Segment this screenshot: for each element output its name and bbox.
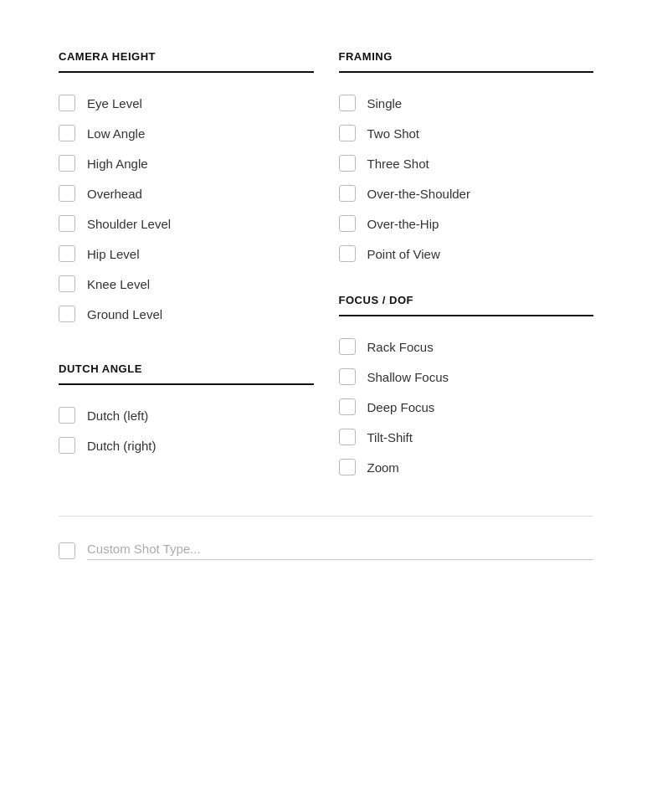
dutch-angle-section: DUTCH ANGLE Dutch (left) Dutch (right) (59, 362, 314, 460)
camera-height-label: Shoulder Level (87, 217, 171, 231)
focus-dof-item[interactable]: Tilt-Shift (339, 422, 594, 452)
camera-height-label: Low Angle (87, 126, 145, 141)
camera-height-label: Eye Level (87, 96, 142, 110)
camera-height-section: CAMERA HEIGHT Eye Level Low Angle High A… (59, 50, 314, 329)
focus-dof-item[interactable]: Shallow Focus (339, 362, 594, 392)
checkbox-1[interactable] (59, 125, 75, 141)
framing-checkbox-3[interactable] (339, 185, 356, 202)
focus-dof-item[interactable]: Rack Focus (339, 331, 594, 362)
framing-label: Three Shot (367, 157, 429, 171)
dutch-angle-label: Dutch (right) (87, 439, 157, 453)
focus-dof-list: Rack Focus Shallow Focus Deep Focus Tilt… (339, 331, 594, 482)
framing-label: Single (367, 96, 403, 110)
camera-height-label: Hip Level (87, 247, 140, 261)
focus-dof-label: Rack Focus (367, 340, 434, 354)
framing-checkbox-2[interactable] (339, 155, 356, 172)
framing-label: Over-the-Shoulder (367, 187, 470, 201)
camera-height-item[interactable]: Shoulder Level (59, 208, 314, 239)
dutch-angle-title: DUTCH ANGLE (59, 362, 314, 385)
camera-height-item[interactable]: Eye Level (59, 88, 314, 118)
camera-height-item[interactable]: Hip Level (59, 239, 314, 269)
camera-height-list: Eye Level Low Angle High Angle Overhead … (59, 88, 314, 329)
camera-height-label: High Angle (87, 157, 148, 171)
focus-dof-label: Zoom (367, 460, 399, 475)
camera-height-label: Ground Level (87, 307, 162, 321)
camera-height-item[interactable]: Knee Level (59, 269, 314, 299)
focus-dof-item[interactable]: Zoom (339, 452, 594, 482)
checkbox-4[interactable] (59, 215, 75, 232)
focus-dof-title: FOCUS / DOF (339, 294, 594, 316)
focus-checkbox-2[interactable] (339, 398, 356, 415)
focus-dof-section: FOCUS / DOF Rack Focus Shallow Focus Dee… (339, 294, 594, 482)
framing-checkbox-5[interactable] (339, 245, 356, 262)
dutch-checkbox-1[interactable] (59, 437, 75, 454)
framing-label: Point of View (367, 247, 440, 261)
checkbox-6[interactable] (59, 275, 75, 292)
dutch-angle-label: Dutch (left) (87, 409, 148, 423)
left-column: CAMERA HEIGHT Eye Level Low Angle High A… (59, 50, 331, 460)
focus-dof-label: Tilt-Shift (367, 430, 413, 445)
framing-item[interactable]: Over-the-Shoulder (339, 178, 594, 208)
camera-height-title: CAMERA HEIGHT (59, 50, 314, 73)
framing-list: Single Two Shot Three Shot Over-the-Shou… (339, 88, 594, 269)
focus-checkbox-4[interactable] (339, 459, 356, 475)
framing-checkbox-4[interactable] (339, 215, 356, 232)
framing-title: FRAMING (339, 50, 594, 73)
framing-item[interactable]: Point of View (339, 239, 594, 269)
checkbox-2[interactable] (59, 155, 75, 172)
dutch-checkbox-0[interactable] (59, 407, 75, 424)
framing-item[interactable]: Three Shot (339, 148, 594, 178)
camera-height-item[interactable]: High Angle (59, 148, 314, 178)
camera-height-item[interactable]: Low Angle (59, 118, 314, 148)
right-sections: FRAMING Single Two Shot Three Shot Over-… (339, 50, 594, 482)
checkbox-5[interactable] (59, 245, 75, 262)
main-container: CAMERA HEIGHT Eye Level Low Angle High A… (59, 50, 593, 560)
focus-checkbox-3[interactable] (339, 429, 356, 445)
custom-shot-checkbox[interactable] (59, 542, 75, 559)
dutch-angle-item[interactable]: Dutch (left) (59, 400, 314, 430)
checkbox-7[interactable] (59, 306, 75, 322)
checkbox-0[interactable] (59, 95, 75, 111)
framing-checkbox-1[interactable] (339, 125, 356, 141)
framing-checkbox-0[interactable] (339, 95, 356, 111)
right-column: FRAMING Single Two Shot Three Shot Over-… (331, 50, 594, 482)
camera-height-item[interactable]: Ground Level (59, 299, 314, 329)
framing-item[interactable]: Single (339, 88, 594, 118)
dutch-angle-item[interactable]: Dutch (right) (59, 430, 314, 460)
framing-label: Over-the-Hip (367, 217, 439, 231)
focus-checkbox-1[interactable] (339, 368, 356, 385)
custom-shot-section (59, 516, 593, 560)
framing-item[interactable]: Over-the-Hip (339, 208, 594, 239)
focus-dof-label: Deep Focus (367, 400, 435, 414)
camera-height-item[interactable]: Overhead (59, 178, 314, 208)
focus-dof-item[interactable]: Deep Focus (339, 392, 594, 422)
framing-section: FRAMING Single Two Shot Three Shot Over-… (339, 50, 594, 269)
focus-dof-label: Shallow Focus (367, 370, 449, 384)
framing-label: Two Shot (367, 126, 420, 141)
custom-shot-input[interactable] (87, 542, 593, 560)
checkbox-3[interactable] (59, 185, 75, 202)
camera-height-label: Knee Level (87, 277, 150, 291)
focus-checkbox-0[interactable] (339, 338, 356, 355)
columns-row: CAMERA HEIGHT Eye Level Low Angle High A… (59, 50, 593, 482)
framing-item[interactable]: Two Shot (339, 118, 594, 148)
dutch-angle-list: Dutch (left) Dutch (right) (59, 400, 314, 460)
camera-height-label: Overhead (87, 187, 142, 201)
